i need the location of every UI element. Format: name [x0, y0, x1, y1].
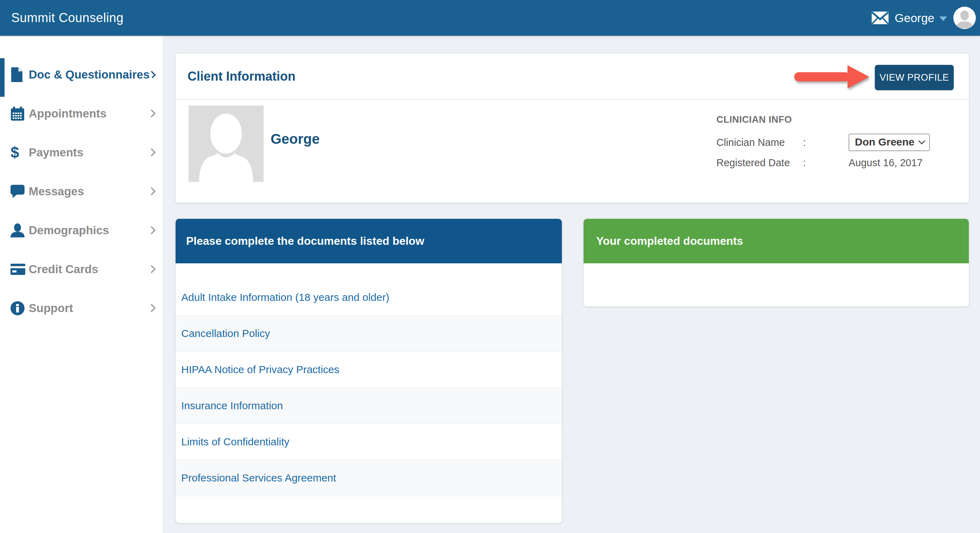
document-link[interactable]: Adult Intake Information (18 years and o…: [181, 291, 390, 303]
completed-documents-panel: Your completed documents: [584, 219, 969, 306]
clinician-info-block: CLINICIAN INFO Clinician Name : Don Gree…: [716, 114, 930, 173]
view-profile-button[interactable]: VIEW PROFILE: [875, 65, 954, 90]
chevron-right-icon: [147, 187, 156, 195]
top-bar: Summit Counseling George: [0, 0, 980, 36]
sidebar-item-label: Doc & Questionnaires: [29, 68, 150, 81]
person-icon: [11, 223, 29, 238]
registered-date-row: Registered Date : August 16, 2017: [716, 153, 930, 173]
sidebar-item-payments[interactable]: $ Payments: [0, 133, 163, 172]
topbar-right-cluster: George: [872, 7, 976, 29]
client-card-header: Client Information VIEW PROFILE: [176, 54, 969, 100]
pending-documents-title: Please complete the documents listed bel…: [186, 235, 424, 247]
sidebar-item-appointments[interactable]: Appointments: [0, 94, 163, 133]
client-information-card: Client Information VIEW PROFILE George C…: [176, 54, 969, 203]
pending-documents-panel: Please complete the documents listed bel…: [176, 219, 562, 523]
document-list-item[interactable]: Limits of Confidentiality: [176, 424, 562, 460]
sidebar-item-label: Payments: [29, 146, 83, 159]
document-link[interactable]: Cancellation Policy: [181, 327, 270, 340]
dollar-icon: $: [11, 145, 29, 160]
chat-icon: [11, 185, 29, 198]
app-title: Summit Counseling: [11, 11, 124, 25]
user-name: George: [895, 11, 934, 25]
pending-documents-header: Please complete the documents listed bel…: [176, 219, 562, 263]
chevron-down-icon: [939, 16, 947, 21]
client-avatar: [189, 105, 264, 182]
chevron-right-icon: [147, 304, 156, 312]
completed-documents-header: Your completed documents: [584, 219, 969, 263]
field-label: Registered Date: [716, 157, 803, 169]
info-icon: [11, 301, 29, 315]
sidebar-item-messages[interactable]: Messages: [0, 172, 163, 211]
document-list-item[interactable]: Insurance Information: [176, 388, 562, 424]
completed-documents-title: Your completed documents: [596, 235, 743, 247]
registered-date-value: August 16, 2017: [849, 157, 923, 169]
sidebar-item-demographics[interactable]: Demographics: [0, 211, 163, 250]
chevron-right-icon: [147, 265, 156, 273]
document-list-item[interactable]: Professional Services Agreement: [176, 460, 562, 496]
document-list-item[interactable]: Adult Intake Information (18 years and o…: [176, 279, 562, 316]
sidebar-item-label: Support: [29, 302, 73, 315]
chevron-right-icon: [147, 226, 156, 234]
credit-card-icon: [11, 264, 29, 275]
sidebar-item-support[interactable]: Support: [0, 289, 163, 327]
chevron-down-icon: [918, 137, 925, 144]
field-label: Clinician Name: [716, 137, 803, 148]
field-separator: :: [803, 137, 849, 148]
sidebar-item-credit-cards[interactable]: Credit Cards: [0, 250, 163, 289]
document-icon: [11, 67, 29, 82]
chevron-right-icon: [147, 109, 156, 118]
document-link[interactable]: Limits of Confidentiality: [181, 436, 289, 448]
page-title: Client Information: [188, 69, 296, 84]
mail-icon[interactable]: [872, 11, 889, 24]
client-card-body: George CLINICIAN INFO Clinician Name : D…: [176, 100, 969, 203]
sidebar-item-label: Demographics: [29, 224, 109, 237]
sidebar: Doc & Questionnaires Appointments $ Paym…: [0, 36, 163, 533]
clinician-selected-value: Don Greene: [855, 136, 915, 148]
document-link[interactable]: Professional Services Agreement: [181, 472, 336, 484]
clinician-select[interactable]: Don Greene: [849, 134, 930, 151]
document-link[interactable]: HIPAA Notice of Privacy Practices: [181, 364, 339, 375]
document-list-item[interactable]: Cancellation Policy: [176, 316, 562, 352]
clinician-name-row: Clinician Name : Don Greene: [716, 132, 930, 153]
sidebar-item-label: Credit Cards: [29, 263, 98, 276]
sidebar-item-label: Messages: [29, 185, 84, 198]
document-link[interactable]: Insurance Information: [181, 400, 283, 412]
completed-documents-empty-body: [584, 263, 969, 306]
pending-documents-list: Adult Intake Information (18 years and o…: [176, 263, 562, 523]
field-separator: :: [803, 157, 849, 169]
client-name: George: [270, 131, 320, 147]
user-menu[interactable]: George: [895, 11, 947, 25]
chevron-right-icon: [147, 148, 156, 156]
sidebar-item-doc-questionnaires[interactable]: Doc & Questionnaires: [0, 55, 163, 94]
document-list-item[interactable]: HIPAA Notice of Privacy Practices: [176, 352, 562, 388]
user-avatar[interactable]: [953, 7, 976, 29]
sidebar-item-label: Appointments: [29, 107, 107, 120]
annotation-arrow-icon: [794, 65, 871, 88]
clinician-info-heading: CLINICIAN INFO: [716, 114, 930, 125]
calendar-icon: [11, 107, 29, 121]
